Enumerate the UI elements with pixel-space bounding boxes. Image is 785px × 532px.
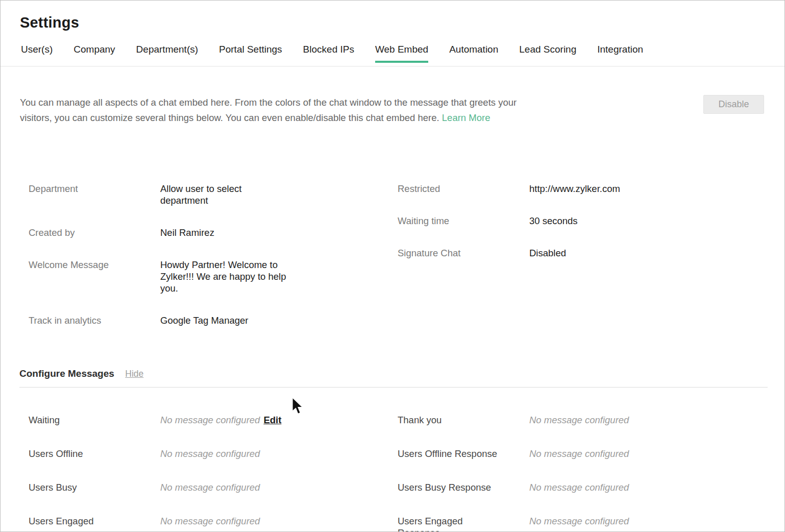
field-row-waiting-time: Waiting time 30 seconds [388,215,784,227]
tabbar-divider [1,66,784,67]
tab-portal-settings[interactable]: Portal Settings [219,44,282,63]
tab-company[interactable]: Company [73,44,115,63]
learn-more-link[interactable]: Learn More [442,112,490,123]
field-value: Neil Ramirez [160,227,214,238]
msg-label: Users Engaged [29,515,160,527]
msg-label: Users Offline [29,448,160,460]
msg-row-users-offline: Users Offline No message configured [19,448,388,460]
msg-value: No message configured [529,448,629,460]
edit-link[interactable]: Edit [263,415,281,425]
field-label: Restricted [398,183,529,195]
details-left-column: Department Allow user to select departme… [19,183,388,347]
settings-page: Settings User(s) Company Department(s) P… [0,0,785,532]
field-label: Department [29,183,160,206]
configure-messages-title: Configure Messages [19,368,114,379]
tab-users[interactable]: User(s) [21,44,53,63]
mouse-cursor-icon [291,397,305,416]
field-value: Howdy Partner! Welcome to Zylker!!! We a… [160,259,286,294]
field-value: 30 seconds [529,215,578,227]
tab-automation[interactable]: Automation [449,44,498,63]
tab-blocked-ips[interactable]: Blocked IPs [303,44,354,63]
field-label: Track in analytics [29,315,160,326]
settings-tabbar: User(s) Company Department(s) Portal Set… [1,44,784,63]
field-label: Waiting time [398,215,529,227]
configure-messages-grid: Waiting No message configuredEdit Users … [19,414,784,532]
page-title: Settings [20,14,784,31]
msg-value-text: No message configured [160,415,260,425]
msg-label: Thank you [398,414,529,426]
intro-description: You can manage all aspects of a chat emb… [20,95,622,126]
field-row-created-by: Created by Neil Ramirez [19,227,388,238]
msg-value: No message configured [529,414,629,426]
messages-left-column: Waiting No message configuredEdit Users … [19,414,388,532]
messages-right-column: Thank you No message configured Users Of… [388,414,784,532]
details-right-column: Restricted http://www.zylker.com Waiting… [388,183,784,347]
msg-row-users-engaged: Users Engaged No message configured [19,515,388,527]
tab-web-embed[interactable]: Web Embed [375,44,428,63]
field-row-welcome-message: Welcome Message Howdy Partner! Welcome t… [19,259,388,294]
field-row-signature-chat: Signature Chat Disabled [388,247,784,259]
msg-label: Waiting [29,414,160,426]
field-row-track-in-analytics: Track in analytics Google Tag Manager [19,315,388,326]
tab-departments[interactable]: Department(s) [136,44,198,63]
msg-label: Users Offline Response [398,448,529,460]
field-value: Allow user to select department [160,183,241,206]
field-value: Google Tag Manager [160,315,248,326]
msg-row-waiting: Waiting No message configuredEdit [19,414,388,426]
msg-row-users-busy: Users Busy No message configured [19,481,388,493]
field-value: Disabled [529,247,566,259]
configure-messages-header: Configure Messages Hide [19,368,765,379]
field-label: Welcome Message [29,259,160,294]
tab-lead-scoring[interactable]: Lead Scoring [519,44,576,63]
msg-row-users-engaged-response: Users Engaged Response No message config… [388,515,784,532]
msg-value: No message configured [160,515,260,527]
field-value: http://www.zylker.com [529,183,620,195]
disable-button[interactable]: Disable [703,95,764,114]
msg-value: No message configured [529,481,629,493]
field-row-department: Department Allow user to select departme… [19,183,388,206]
msg-label: Users Busy Response [398,481,529,493]
msg-row-users-busy-response: Users Busy Response No message configure… [388,481,784,493]
msg-value: No message configuredEdit [160,414,281,426]
msg-value: No message configured [160,481,260,493]
intro-section: You can manage all aspects of a chat emb… [20,95,765,126]
field-label: Created by [29,227,160,238]
msg-label: Users Engaged Response [398,515,529,532]
msg-value: No message configured [529,515,629,532]
msg-label: Users Busy [29,481,160,493]
embed-details: Department Allow user to select departme… [19,183,784,347]
msg-row-users-offline-response: Users Offline Response No message config… [388,448,784,460]
tab-integration[interactable]: Integration [597,44,643,63]
field-row-restricted: Restricted http://www.zylker.com [388,183,784,195]
msg-row-thank-you: Thank you No message configured [388,414,784,426]
configure-messages-divider [19,387,768,388]
hide-link[interactable]: Hide [125,369,143,379]
field-label: Signature Chat [398,247,529,259]
msg-value: No message configured [160,448,260,460]
